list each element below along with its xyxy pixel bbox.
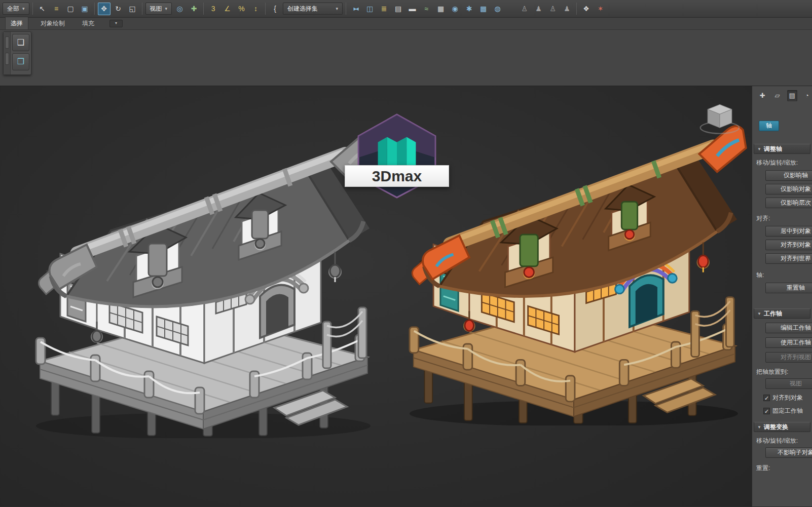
spinner-snap-icon[interactable]: ↕: [249, 3, 262, 15]
dont-affect-children-button[interactable]: 不影响子对象: [765, 447, 812, 458]
checkbox-label: 对齐到对象: [772, 394, 803, 402]
toolbar-separator: [576, 3, 577, 15]
snaps-toggle-icon[interactable]: 3: [207, 3, 219, 15]
3dmax-badge: 3Dmax: [353, 112, 440, 203]
toolbar-separator: [346, 3, 346, 15]
paint-select-button[interactable]: ❑: [12, 34, 29, 51]
utilities-icon[interactable]: ❖: [580, 3, 593, 15]
modify-tab-icon[interactable]: ▱: [772, 90, 782, 101]
place-pivot-to-label: 把轴放置到:: [756, 368, 812, 376]
curve-editor-icon[interactable]: ≈: [420, 3, 433, 15]
material-editor-icon[interactable]: ◉: [449, 3, 461, 15]
populate-idle-area-icon[interactable]: ♟: [532, 3, 545, 15]
rendered-frame-window-icon[interactable]: ▩: [477, 3, 490, 15]
layer-manager-icon[interactable]: ≣: [378, 3, 390, 15]
pivot-label: 轴:: [756, 271, 812, 280]
select-and-scale-icon[interactable]: ◱: [126, 3, 139, 15]
schematic-view-icon[interactable]: ▦: [434, 3, 447, 15]
reset-pivot-button[interactable]: 重置轴: [765, 283, 812, 293]
selection-filter-dropdown[interactable]: 全部 ▾: [3, 3, 29, 15]
pivot-tab-button[interactable]: 轴: [759, 121, 779, 131]
ribbon-tab-populate[interactable]: 填充: [77, 17, 99, 29]
house-model-grayscale[interactable]: [19, 104, 387, 438]
badge-label: 3Dmax: [345, 165, 449, 187]
named-selection-sets-dropdown[interactable]: 创建选择集 ▾: [283, 3, 343, 15]
reset-label: 重置:: [756, 464, 812, 473]
scene-script-icon[interactable]: ✶: [594, 3, 607, 15]
edit-named-selection-sets-icon[interactable]: {: [269, 3, 281, 15]
render-setup-icon[interactable]: ✱: [463, 3, 475, 15]
use-pivot-point-center-icon[interactable]: ◎: [173, 3, 186, 15]
place-pivot-view-button: 视图: [765, 378, 812, 389]
rollout-title: 工作轴: [764, 309, 782, 318]
populate-add-people-icon[interactable]: ♙: [546, 3, 559, 15]
hierarchy-tab-icon[interactable]: ▤: [787, 90, 797, 101]
pin-working-pivot-checkbox[interactable]: ✓ 固定工作轴: [763, 407, 812, 415]
render-production-icon[interactable]: ◍: [491, 3, 504, 15]
align-icon[interactable]: ◫: [363, 3, 376, 15]
3dsmax-window: 全部 ▾ ↖≡▢▣✥↻◱ 视图 ▾ ◎✚3∠%↕{ 创建选择集 ▾ ▶◀◫≣▤▬…: [0, 0, 812, 507]
viewcube[interactable]: [698, 100, 742, 137]
select-object-icon[interactable]: ↖: [36, 3, 49, 15]
motion-tab-icon[interactable]: ◔: [802, 90, 812, 101]
checkbox-check-icon: ✓: [763, 408, 770, 414]
main-toolbar: 全部 ▾ ↖≡▢▣✥↻◱ 视图 ▾ ◎✚3∠%↕{ 创建选择集 ▾ ▶◀◫≣▤▬…: [0, 0, 812, 18]
move-rotate-scale-label: 移动/旋转/缩放:: [756, 159, 812, 167]
create-tab-icon[interactable]: ✚: [757, 90, 767, 101]
populate-flow-icon[interactable]: ♙: [518, 3, 531, 15]
workspace: 3Dmax ✚▱▤◔ 轴 ▼ 调整轴 移动/旋转/缩放: 仅影响轴 仅: [0, 86, 812, 506]
angle-snap-icon[interactable]: ∠: [221, 3, 234, 15]
align-to-view-button: 对齐到视图: [765, 352, 812, 363]
mirror-icon[interactable]: ▶◀: [349, 3, 362, 15]
align-to-object-checkbox[interactable]: ✓ 对齐到对象: [763, 394, 812, 402]
ribbon-toggle-icon[interactable]: ▬: [406, 3, 419, 15]
toolbar-separator: [142, 3, 142, 15]
rollout-title: 调整变换: [764, 423, 788, 432]
palette-handle-top[interactable]: [5, 36, 9, 49]
collapse-arrow-icon: ▼: [757, 147, 761, 151]
center-to-object-button[interactable]: 居中到对象: [765, 226, 812, 237]
selection-filter-label: 全部: [7, 5, 19, 13]
rollout-adjust-pivot[interactable]: ▼ 调整轴: [754, 144, 810, 154]
rollout-adjust-transform[interactable]: ▼ 调整变换: [754, 422, 810, 432]
rollout-title: 调整轴: [764, 145, 782, 153]
ribbon-minimize-button[interactable]: ▾: [109, 20, 123, 27]
select-by-name-icon[interactable]: ≡: [50, 3, 63, 15]
palette-buttons: ❑ ❒: [11, 32, 31, 74]
house-model-textured[interactable]: [393, 97, 752, 425]
affect-pivot-only-button[interactable]: 仅影响轴: [765, 170, 812, 181]
checkbox-label: 固定工作轴: [772, 407, 803, 415]
collapse-arrow-icon: ▼: [757, 425, 761, 430]
edit-working-pivot-button[interactable]: 编辑工作轴: [765, 323, 812, 333]
use-working-pivot-button[interactable]: 使用工作轴: [765, 337, 812, 348]
ribbon-tabs: 选择对象绘制填充 ▾: [0, 18, 812, 30]
ribbon-tab-selection[interactable]: 选择: [5, 17, 28, 29]
checkbox-check-icon: ✓: [763, 395, 770, 401]
ribbon-tab-object-paint[interactable]: 对象绘制: [35, 17, 70, 29]
move-rotate-scale-label: 移动/旋转/缩放:: [756, 437, 812, 445]
window-crossing-toggle-icon[interactable]: ▣: [79, 3, 91, 15]
palette-handle-bottom[interactable]: [5, 53, 9, 65]
chevron-down-icon: ▾: [22, 6, 25, 11]
reference-coordinate-dropdown[interactable]: 视图 ▾: [145, 3, 172, 15]
percent-snap-icon[interactable]: %: [235, 3, 248, 15]
paint-on-surface-button[interactable]: ❒: [12, 53, 29, 70]
toolbar-separator: [203, 3, 204, 15]
ribbon: 选择对象绘制填充 ▾ ❑ ❒: [0, 18, 812, 86]
select-and-move-icon[interactable]: ✥: [98, 3, 110, 15]
toolbar-separator: [94, 3, 95, 15]
affect-hierarchy-only-button[interactable]: 仅影响层次: [765, 198, 812, 208]
chevron-down-icon: ▾: [336, 6, 339, 11]
rectangular-selection-region-icon[interactable]: ▢: [64, 3, 77, 15]
scene-explorer-icon[interactable]: ▤: [392, 3, 404, 15]
select-and-rotate-icon[interactable]: ↻: [112, 3, 125, 15]
populate-simulate-icon[interactable]: ♟: [561, 3, 573, 15]
affect-object-only-button[interactable]: 仅影响对象: [765, 184, 812, 194]
perspective-viewport[interactable]: 3Dmax: [0, 86, 752, 506]
command-panel-tabs: ✚▱▤◔: [752, 86, 812, 101]
toolbar-separator: [32, 3, 33, 15]
align-to-world-button[interactable]: 对齐到世界: [765, 253, 812, 264]
select-and-manipulate-icon[interactable]: ✚: [188, 3, 200, 15]
align-to-object-button[interactable]: 对齐到对象: [765, 240, 812, 250]
rollout-working-pivot[interactable]: ▼ 工作轴: [754, 308, 810, 319]
